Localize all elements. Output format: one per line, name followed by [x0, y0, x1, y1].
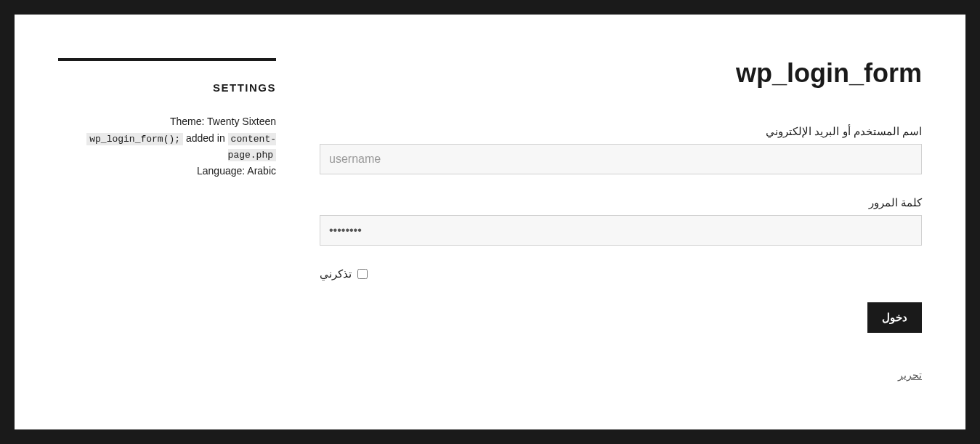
- remember-label: تذكرني: [320, 267, 352, 280]
- sidebar-divider: [58, 58, 276, 61]
- language-label: Language:: [197, 165, 247, 177]
- login-button[interactable]: دخول: [867, 302, 922, 333]
- sidebar: SETTINGS Theme: Twenty Sixteen wp_login_…: [58, 58, 276, 386]
- code-snippet-1: wp_login_form();: [86, 133, 183, 145]
- main-content: wp_login_form اسم المستخدم أو البريد الإ…: [276, 58, 922, 386]
- password-group: كلمة المرور: [320, 196, 922, 246]
- language-line: Language: Arabic: [58, 164, 276, 179]
- code-line: wp_login_form(); added in content-page.p…: [58, 131, 276, 162]
- remember-row: تذكرني: [320, 267, 922, 280]
- theme-value: Twenty Sixteen: [207, 116, 276, 127]
- password-label: كلمة المرور: [320, 196, 922, 209]
- password-input[interactable]: [320, 215, 922, 246]
- page-title: wp_login_form: [320, 58, 922, 89]
- remember-checkbox[interactable]: [357, 269, 368, 279]
- settings-heading: SETTINGS: [58, 81, 276, 94]
- submit-row: دخول: [320, 302, 922, 333]
- theme-line: Theme: Twenty Sixteen: [58, 114, 276, 129]
- username-input[interactable]: [320, 144, 922, 174]
- language-value: Arabic: [247, 165, 276, 177]
- username-group: اسم المستخدم أو البريد الإلكتروني: [320, 125, 922, 174]
- edit-link[interactable]: تحرير: [320, 369, 922, 381]
- code-snippet-2: content-page.php: [228, 133, 276, 161]
- added-in-text: added in: [183, 132, 228, 144]
- page-container: SETTINGS Theme: Twenty Sixteen wp_login_…: [15, 15, 965, 429]
- username-label: اسم المستخدم أو البريد الإلكتروني: [320, 125, 922, 138]
- theme-label: Theme:: [170, 116, 207, 127]
- login-form: اسم المستخدم أو البريد الإلكتروني كلمة ا…: [320, 125, 922, 333]
